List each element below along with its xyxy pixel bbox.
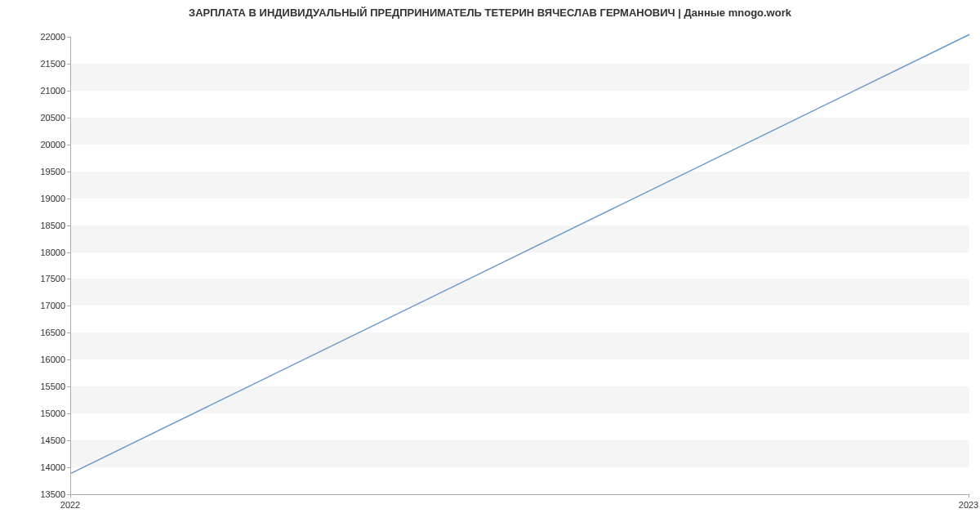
y-tick-mark bbox=[67, 118, 70, 118]
x-tick-label: 2022 bbox=[60, 500, 80, 510]
y-tick-mark bbox=[67, 306, 70, 306]
y-tick-label: 16500 bbox=[0, 328, 65, 337]
y-tick-label: 21500 bbox=[0, 59, 65, 69]
y-tick-mark bbox=[67, 199, 70, 199]
y-tick-label: 18500 bbox=[0, 221, 65, 230]
y-tick-mark bbox=[67, 64, 70, 65]
y-tick-label: 20000 bbox=[0, 140, 65, 149]
y-tick-mark bbox=[67, 440, 70, 441]
x-tick-mark bbox=[969, 494, 969, 498]
y-tick-mark bbox=[67, 413, 70, 414]
plot-area bbox=[70, 37, 969, 495]
y-tick-label: 19000 bbox=[0, 194, 65, 203]
y-tick-label: 13500 bbox=[0, 489, 65, 499]
x-tick-label: 2023 bbox=[959, 500, 978, 510]
y-tick-label: 20500 bbox=[0, 113, 65, 123]
y-tick-label: 18000 bbox=[0, 248, 65, 257]
y-tick-mark bbox=[67, 91, 70, 91]
y-tick-label: 14500 bbox=[0, 435, 65, 445]
y-tick-mark bbox=[67, 145, 70, 145]
y-tick-mark bbox=[67, 252, 70, 253]
y-tick-mark bbox=[67, 467, 70, 468]
line-series bbox=[71, 37, 969, 494]
y-tick-label: 21000 bbox=[0, 86, 65, 96]
y-tick-mark bbox=[67, 37, 70, 38]
chart-container: ЗАРПЛАТА В ИНДИВИДУАЛЬНЫЙ ПРЕДПРИНИМАТЕЛ… bbox=[0, 0, 980, 531]
y-tick-label: 16000 bbox=[0, 355, 65, 364]
y-tick-mark bbox=[67, 225, 70, 226]
y-tick-label: 17500 bbox=[0, 274, 65, 283]
y-tick-mark bbox=[67, 359, 70, 360]
y-tick-label: 15000 bbox=[0, 408, 65, 418]
y-tick-label: 15500 bbox=[0, 382, 65, 391]
y-tick-mark bbox=[67, 332, 70, 333]
y-tick-label: 14000 bbox=[0, 462, 65, 472]
y-tick-label: 22000 bbox=[0, 32, 65, 42]
y-tick-mark bbox=[67, 279, 70, 279]
y-tick-label: 17000 bbox=[0, 301, 65, 310]
series-line bbox=[71, 34, 969, 473]
chart-title: ЗАРПЛАТА В ИНДИВИДУАЛЬНЫЙ ПРЕДПРИНИМАТЕЛ… bbox=[0, 7, 980, 19]
y-tick-mark bbox=[67, 386, 70, 387]
y-tick-label: 19500 bbox=[0, 167, 65, 176]
x-tick-mark bbox=[70, 494, 71, 498]
y-tick-mark bbox=[67, 172, 70, 172]
